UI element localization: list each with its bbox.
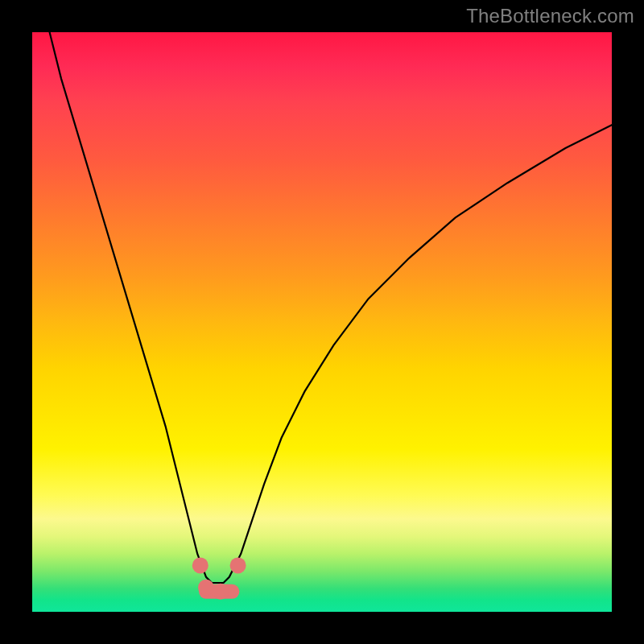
watermark-text: TheBottleneck.com: [466, 5, 634, 27]
chart-frame: [32, 32, 612, 612]
bottleneck-chart: [32, 32, 612, 612]
dot-left-lower: [198, 580, 214, 596]
dot-mid: [213, 584, 229, 600]
dot-left-upper: [192, 557, 208, 573]
dot-right: [230, 557, 246, 573]
bottleneck-curve: [50, 32, 612, 583]
